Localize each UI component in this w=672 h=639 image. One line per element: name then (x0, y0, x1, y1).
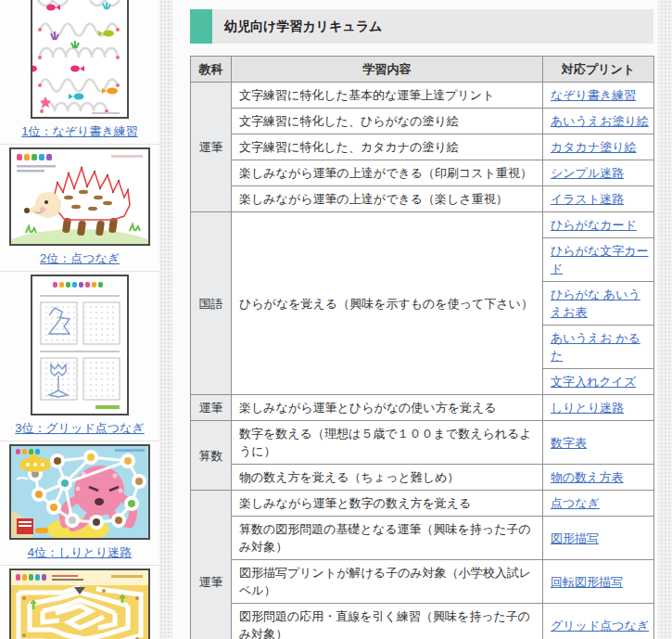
print-link[interactable]: 数字表 (551, 436, 587, 450)
print-link[interactable]: カタカナ塗り絵 (551, 140, 637, 154)
ranking-sidebar: 1位：なぞり書き練習 (0, 0, 159, 639)
ranking-link-4[interactable]: 4位：しりとり迷路 (28, 544, 132, 561)
print-link[interactable]: 回転図形描写 (551, 575, 623, 589)
content-cell: 図形描写プリントが解ける子のみ対象（小学校入試レベル） (232, 560, 543, 604)
content-cell: 算数の図形問題の基礎となる運筆（興味を持った子のみ対象） (232, 517, 543, 560)
content-cell: 楽しみながら運筆とひらがなの使い方を覚える (232, 395, 543, 421)
curriculum-table: 教科 学習内容 対応プリント 運筆 文字練習に特化した基本的な運筆上達プリント … (190, 56, 654, 639)
content-cell: 楽しみながら運筆と数字の数え方を覚える (232, 491, 543, 517)
content-cell: 数字を数える（理想は５歳で１００まで数えられるように） (232, 421, 543, 465)
print-link[interactable]: 文字入れクイズ (551, 375, 636, 389)
table-row: 楽しみながら運筆の上達ができる（印刷コスト重視） シンプル迷路 (191, 160, 654, 186)
main-content: 幼児向け学習カリキュラム 教科 学習内容 対応プリント 運筆 文字練習に特化した… (172, 0, 658, 639)
ranking-link-2[interactable]: 2位：点つなぎ (40, 250, 120, 267)
ranking-item-1: 1位：なぞり書き練習 (0, 0, 159, 145)
print-link[interactable]: イラスト迷路 (551, 192, 624, 206)
print-link[interactable]: グリッド点つなぎ (551, 619, 649, 633)
table-row: 運筆 楽しみながら運筆とひらがなの使い方を覚える しりとり迷路 (191, 395, 654, 421)
page-title: 幼児向け学習カリキュラム (212, 19, 382, 35)
page-header: 幼児向け学習カリキュラム (190, 9, 653, 44)
rainbow-title-marks (17, 154, 52, 160)
content-cell: 文字練習に特化した、カタカナの塗り絵 (232, 134, 543, 160)
ranking-item-2: 2位：点つなぎ (0, 145, 159, 272)
content-cell: 文字練習に特化した基本的な運筆上達プリント (232, 83, 543, 109)
ranking-link-1[interactable]: 1位：なぞり書き練習 (21, 123, 137, 140)
adventure-maze-thumbnail[interactable] (9, 569, 150, 639)
print-link[interactable]: シンプル迷路 (551, 166, 624, 180)
header-bar: 幼児向け学習カリキュラム (212, 9, 653, 44)
ranking-link-3[interactable]: 3位：グリッド点つなぎ (15, 420, 144, 437)
content-cell: 楽しみながら運筆の上達ができる（楽しさ重視） (232, 186, 543, 212)
print-link[interactable]: ひらがな あいうえお表 (551, 288, 640, 319)
content-cell: ひらがなを覚える（興味を示すものを使って下さい） (232, 212, 543, 395)
content-cell: 文字練習に特化した、ひらがなの塗り絵 (232, 109, 543, 134)
table-header-row: 教科 学習内容 対応プリント (191, 57, 654, 83)
print-link[interactable]: 物の数え方表 (551, 470, 624, 484)
table-row: 文字練習に特化した、ひらがなの塗り絵 あいうえお塗り絵 (191, 109, 654, 134)
ranking-item-5 (0, 566, 159, 639)
shiritori-maze-worksheet-image (11, 446, 148, 538)
print-link[interactable]: あいうえお塗り絵 (551, 114, 649, 128)
table-row: 算数の図形問題の基礎となる運筆（興味を持った子のみ対象） 図形描写 (191, 517, 654, 560)
subject-cell: 算数 (191, 421, 232, 491)
column-header-content: 学習内容 (232, 57, 543, 83)
table-row: 図形描写プリントが解ける子のみ対象（小学校入試レベル） 回転図形描写 (191, 560, 654, 604)
content-cell: 図形問題の応用・直線を引く練習（興味を持った子のみ対象） (232, 604, 543, 639)
print-link[interactable]: ひらがなカード (551, 218, 637, 232)
subject-cell: 運筆 (191, 83, 232, 212)
hedgehog-dot-to-dot-worksheet-image (11, 149, 148, 244)
content-cell: 楽しみながら運筆の上達ができる（印刷コスト重視） (232, 160, 543, 186)
subject-cell: 国語 (191, 212, 232, 395)
table-row: 楽しみながら運筆の上達ができる（楽しさ重視） イラスト迷路 (191, 186, 654, 212)
print-link[interactable]: しりとり迷路 (551, 401, 624, 415)
tracing-practice-worksheet-image (32, 0, 127, 117)
content-cell: 物の数え方を覚える（ちょっと難しめ） (232, 465, 543, 491)
table-row: 運筆 文字練習に特化した基本的な運筆上達プリント なぞり書き練習 (191, 83, 654, 109)
subject-cell: 運筆 (191, 395, 232, 421)
print-link[interactable]: ひらがな文字カード (551, 244, 649, 275)
print-link[interactable]: なぞり書き練習 (551, 88, 636, 102)
grid-dot-to-dot-thumbnail[interactable] (31, 275, 129, 415)
table-row: 物の数え方を覚える（ちょっと難しめ） 物の数え方表 (191, 465, 654, 491)
table-row: 文字練習に特化した、カタカナの塗り絵 カタカナ塗り絵 (191, 134, 654, 160)
shiritori-maze-thumbnail[interactable] (9, 444, 150, 540)
grid-dot-to-dot-worksheet-image (32, 276, 127, 414)
ranking-item-3: 3位：グリッド点つなぎ (0, 272, 159, 441)
subject-cell: 運筆 (191, 491, 232, 639)
header-accent-square (190, 9, 212, 44)
table-row: 算数 数字を数える（理想は５歳で１００まで数えられるように） 数字表 (191, 421, 654, 465)
column-header-print: 対応プリント (543, 57, 654, 83)
tracing-practice-thumbnail[interactable] (31, 0, 129, 119)
column-header-subject: 教科 (191, 57, 232, 83)
ranking-item-4: 4位：しりとり迷路 (0, 441, 159, 566)
table-row: 運筆 楽しみながら運筆と数字の数え方を覚える 点つなぎ (191, 491, 654, 517)
dot-to-dot-thumbnail[interactable] (9, 147, 150, 246)
adventure-maze-worksheet-image (11, 570, 148, 639)
print-link[interactable]: 点つなぎ (551, 496, 600, 510)
table-row: 図形問題の応用・直線を引く練習（興味を持った子のみ対象） グリッド点つなぎ (191, 604, 654, 639)
table-row: 国語 ひらがなを覚える（興味を示すものを使って下さい） ひらがなカード (191, 212, 654, 238)
print-link[interactable]: あいうえお かるた (551, 331, 640, 363)
print-link[interactable]: 図形描写 (551, 531, 599, 545)
